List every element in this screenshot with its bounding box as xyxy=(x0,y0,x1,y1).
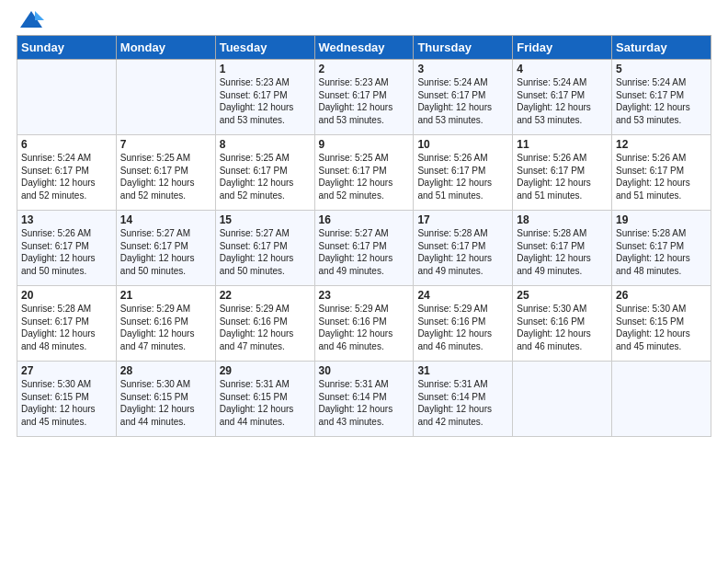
day-info: Sunrise: 5:26 AM Sunset: 6:17 PM Dayligh… xyxy=(21,227,112,277)
day-number: 6 xyxy=(21,138,112,151)
header xyxy=(17,9,711,29)
calendar-table: SundayMondayTuesdayWednesdayThursdayFrid… xyxy=(17,35,711,437)
day-number: 13 xyxy=(21,213,112,226)
day-number: 2 xyxy=(319,63,410,75)
day-info: Sunrise: 5:23 AM Sunset: 6:17 PM Dayligh… xyxy=(319,76,410,126)
day-info: Sunrise: 5:27 AM Sunset: 6:17 PM Dayligh… xyxy=(220,227,311,277)
day-number: 27 xyxy=(21,364,112,377)
calendar-cell: 16Sunrise: 5:27 AM Sunset: 6:17 PM Dayli… xyxy=(314,211,414,286)
day-info: Sunrise: 5:24 AM Sunset: 6:17 PM Dayligh… xyxy=(21,152,112,201)
day-info: Sunrise: 5:29 AM Sunset: 6:16 PM Dayligh… xyxy=(417,303,508,352)
day-number: 12 xyxy=(616,138,707,151)
day-info: Sunrise: 5:30 AM Sunset: 6:15 PM Dayligh… xyxy=(21,378,112,428)
day-number: 4 xyxy=(517,63,608,75)
day-info: Sunrise: 5:26 AM Sunset: 6:17 PM Dayligh… xyxy=(517,152,608,201)
calendar-cell: 1Sunrise: 5:23 AM Sunset: 6:17 PM Daylig… xyxy=(215,60,314,135)
day-info: Sunrise: 5:28 AM Sunset: 6:17 PM Dayligh… xyxy=(517,227,608,277)
logo xyxy=(17,9,44,29)
calendar-cell: 29Sunrise: 5:31 AM Sunset: 6:15 PM Dayli… xyxy=(215,362,314,437)
day-info: Sunrise: 5:26 AM Sunset: 6:17 PM Dayligh… xyxy=(616,152,707,201)
day-info: Sunrise: 5:24 AM Sunset: 6:17 PM Dayligh… xyxy=(616,76,707,126)
weekday-header-saturday: Saturday xyxy=(612,36,711,60)
calendar-cell xyxy=(116,60,215,135)
day-number: 19 xyxy=(616,213,707,226)
weekday-header-thursday: Thursday xyxy=(414,36,513,60)
day-info: Sunrise: 5:26 AM Sunset: 6:17 PM Dayligh… xyxy=(417,152,508,201)
calendar-cell xyxy=(612,362,711,437)
calendar-cell: 7Sunrise: 5:25 AM Sunset: 6:17 PM Daylig… xyxy=(116,135,215,211)
day-number: 3 xyxy=(417,63,508,75)
day-number: 24 xyxy=(417,289,508,302)
day-info: Sunrise: 5:30 AM Sunset: 6:15 PM Dayligh… xyxy=(120,378,211,428)
calendar-cell: 19Sunrise: 5:28 AM Sunset: 6:17 PM Dayli… xyxy=(612,211,711,286)
day-number: 23 xyxy=(319,289,410,302)
day-info: Sunrise: 5:25 AM Sunset: 6:17 PM Dayligh… xyxy=(319,152,410,201)
calendar-cell: 31Sunrise: 5:31 AM Sunset: 6:14 PM Dayli… xyxy=(414,362,513,437)
calendar-cell: 26Sunrise: 5:30 AM Sunset: 6:15 PM Dayli… xyxy=(612,286,711,362)
weekday-header-monday: Monday xyxy=(116,36,215,60)
calendar-cell: 17Sunrise: 5:28 AM Sunset: 6:17 PM Dayli… xyxy=(414,211,513,286)
day-info: Sunrise: 5:31 AM Sunset: 6:14 PM Dayligh… xyxy=(417,378,508,428)
day-info: Sunrise: 5:25 AM Sunset: 6:17 PM Dayligh… xyxy=(220,152,311,201)
calendar-cell: 2Sunrise: 5:23 AM Sunset: 6:17 PM Daylig… xyxy=(314,60,414,135)
day-info: Sunrise: 5:27 AM Sunset: 6:17 PM Dayligh… xyxy=(120,227,211,277)
calendar-cell: 11Sunrise: 5:26 AM Sunset: 6:17 PM Dayli… xyxy=(513,135,612,211)
calendar-cell: 23Sunrise: 5:29 AM Sunset: 6:16 PM Dayli… xyxy=(314,286,414,362)
calendar-body: 1Sunrise: 5:23 AM Sunset: 6:17 PM Daylig… xyxy=(17,60,711,437)
day-info: Sunrise: 5:29 AM Sunset: 6:16 PM Dayligh… xyxy=(319,303,410,352)
day-number: 22 xyxy=(220,289,311,302)
logo-icon xyxy=(18,7,44,33)
calendar-week-2: 13Sunrise: 5:26 AM Sunset: 6:17 PM Dayli… xyxy=(17,211,711,286)
day-info: Sunrise: 5:24 AM Sunset: 6:17 PM Dayligh… xyxy=(517,76,608,126)
day-info: Sunrise: 5:30 AM Sunset: 6:16 PM Dayligh… xyxy=(517,303,608,352)
day-number: 18 xyxy=(517,213,608,226)
calendar-week-4: 27Sunrise: 5:30 AM Sunset: 6:15 PM Dayli… xyxy=(17,362,711,437)
calendar-cell: 4Sunrise: 5:24 AM Sunset: 6:17 PM Daylig… xyxy=(513,60,612,135)
day-number: 10 xyxy=(417,138,508,151)
svg-marker-1 xyxy=(35,11,44,20)
day-number: 11 xyxy=(517,138,608,151)
day-number: 1 xyxy=(220,63,311,75)
calendar-cell: 9Sunrise: 5:25 AM Sunset: 6:17 PM Daylig… xyxy=(314,135,414,211)
day-number: 31 xyxy=(417,364,508,377)
day-info: Sunrise: 5:29 AM Sunset: 6:16 PM Dayligh… xyxy=(120,303,211,352)
calendar-cell: 27Sunrise: 5:30 AM Sunset: 6:15 PM Dayli… xyxy=(17,362,117,437)
calendar-week-0: 1Sunrise: 5:23 AM Sunset: 6:17 PM Daylig… xyxy=(17,60,711,135)
calendar-cell: 14Sunrise: 5:27 AM Sunset: 6:17 PM Dayli… xyxy=(116,211,215,286)
calendar-cell: 10Sunrise: 5:26 AM Sunset: 6:17 PM Dayli… xyxy=(414,135,513,211)
day-number: 21 xyxy=(120,289,211,302)
day-number: 17 xyxy=(417,213,508,226)
calendar-cell: 6Sunrise: 5:24 AM Sunset: 6:17 PM Daylig… xyxy=(17,135,117,211)
day-info: Sunrise: 5:28 AM Sunset: 6:17 PM Dayligh… xyxy=(417,227,508,277)
page: SundayMondayTuesdayWednesdayThursdayFrid… xyxy=(0,0,728,563)
day-info: Sunrise: 5:27 AM Sunset: 6:17 PM Dayligh… xyxy=(319,227,410,277)
calendar-cell: 25Sunrise: 5:30 AM Sunset: 6:16 PM Dayli… xyxy=(513,286,612,362)
day-info: Sunrise: 5:30 AM Sunset: 6:15 PM Dayligh… xyxy=(616,303,707,352)
weekday-row: SundayMondayTuesdayWednesdayThursdayFrid… xyxy=(17,36,711,60)
calendar-header: SundayMondayTuesdayWednesdayThursdayFrid… xyxy=(17,36,711,60)
calendar-cell: 21Sunrise: 5:29 AM Sunset: 6:16 PM Dayli… xyxy=(116,286,215,362)
day-number: 20 xyxy=(21,289,112,302)
day-number: 29 xyxy=(220,364,311,377)
calendar-cell: 3Sunrise: 5:24 AM Sunset: 6:17 PM Daylig… xyxy=(414,60,513,135)
calendar-cell: 22Sunrise: 5:29 AM Sunset: 6:16 PM Dayli… xyxy=(215,286,314,362)
day-number: 8 xyxy=(220,138,311,151)
day-number: 14 xyxy=(120,213,211,226)
day-number: 25 xyxy=(517,289,608,302)
calendar-cell: 15Sunrise: 5:27 AM Sunset: 6:17 PM Dayli… xyxy=(215,211,314,286)
day-number: 26 xyxy=(616,289,707,302)
day-info: Sunrise: 5:28 AM Sunset: 6:17 PM Dayligh… xyxy=(21,303,112,352)
calendar-cell xyxy=(513,362,612,437)
calendar-cell: 20Sunrise: 5:28 AM Sunset: 6:17 PM Dayli… xyxy=(17,286,117,362)
day-number: 30 xyxy=(319,364,410,377)
calendar-week-1: 6Sunrise: 5:24 AM Sunset: 6:17 PM Daylig… xyxy=(17,135,711,211)
calendar-cell: 8Sunrise: 5:25 AM Sunset: 6:17 PM Daylig… xyxy=(215,135,314,211)
day-number: 28 xyxy=(120,364,211,377)
calendar-cell: 18Sunrise: 5:28 AM Sunset: 6:17 PM Dayli… xyxy=(513,211,612,286)
day-info: Sunrise: 5:31 AM Sunset: 6:14 PM Dayligh… xyxy=(319,378,410,428)
day-info: Sunrise: 5:31 AM Sunset: 6:15 PM Dayligh… xyxy=(220,378,311,428)
weekday-header-sunday: Sunday xyxy=(17,36,117,60)
day-number: 16 xyxy=(319,213,410,226)
calendar-cell xyxy=(17,60,117,135)
day-info: Sunrise: 5:24 AM Sunset: 6:17 PM Dayligh… xyxy=(417,76,508,126)
